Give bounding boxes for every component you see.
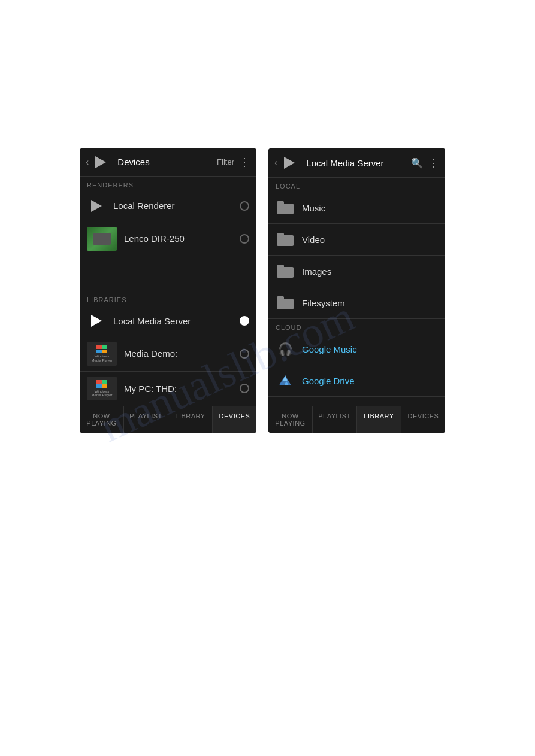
my-pc-thumbnail: WindowsMedia Player — [87, 377, 117, 400]
renderers-label: RENDERERS — [80, 177, 256, 191]
play-icon-renderer — [87, 196, 106, 215]
bottom-nav-library: NOW PLAYING PLAYLIST LIBRARY DEVICES — [268, 406, 445, 433]
cloud-section-label: Cloud — [268, 319, 445, 333]
google-drive-item[interactable]: Google Drive — [268, 365, 445, 396]
local-renderer-label: Local Renderer — [113, 201, 240, 211]
lenco-thumbnail — [87, 227, 117, 251]
music-item[interactable]: Music — [268, 192, 445, 223]
devices-screen: ‹ Devices Filter ⋮ RENDERERS Local Rende… — [80, 148, 256, 433]
local-media-server-item[interactable]: Local Media Server — [80, 306, 256, 336]
play-icon-media — [87, 311, 106, 330]
folder-icon-music — [276, 198, 295, 217]
images-item[interactable]: Images — [268, 256, 445, 287]
folder-icon-filesystem — [276, 293, 295, 312]
play-icon-lib — [280, 153, 299, 172]
search-icon[interactable]: 🔍 — [411, 157, 423, 169]
images-label: Images — [302, 266, 438, 277]
play-icon — [91, 153, 110, 172]
filesystem-item[interactable]: Filesystem — [268, 287, 445, 318]
filesystem-label: Filesystem — [302, 298, 438, 308]
tab-devices[interactable]: DEVICES — [213, 406, 256, 433]
folder-icon-images — [276, 262, 295, 281]
library-screen: ‹ Local Media Server 🔍 ⋮ Local Music — [268, 148, 445, 433]
google-drive-label: Google Drive — [302, 376, 438, 386]
my-pc-item[interactable]: WindowsMedia Player My PC: THD: — [80, 372, 256, 406]
lenco-label: Lenco DIR-250 — [124, 233, 240, 244]
lenco-device-item[interactable]: Lenco DIR-250 — [80, 221, 256, 256]
filter-button[interactable]: Filter — [217, 157, 234, 166]
local-renderer-radio[interactable] — [240, 201, 249, 211]
media-demo-thumbnail: WindowsMedia Player — [87, 342, 117, 366]
libraries-label: LIBRARIES — [80, 292, 256, 306]
google-music-item[interactable]: 🎧 Google Music — [268, 333, 445, 365]
media-demo-radio[interactable] — [240, 349, 249, 359]
devices-header: ‹ Devices Filter ⋮ — [80, 148, 256, 177]
local-section-label: Local — [268, 178, 445, 192]
media-demo-label: Media Demo: — [124, 348, 240, 359]
tab-playlist[interactable]: PLAYLIST — [124, 406, 168, 433]
drive-icon — [276, 371, 295, 390]
more-button-lib[interactable]: ⋮ — [428, 156, 439, 169]
back-button-lib[interactable]: ‹ — [274, 157, 277, 168]
library-title: Local Media Server — [306, 158, 406, 168]
local-media-server-radio[interactable] — [240, 316, 249, 326]
more-button[interactable]: ⋮ — [239, 156, 250, 169]
my-pc-radio[interactable] — [240, 384, 249, 393]
bottom-nav-devices: NOW PLAYING PLAYLIST LIBRARY DEVICES — [80, 406, 256, 433]
media-demo-item[interactable]: WindowsMedia Player Media Demo: — [80, 336, 256, 371]
music-label: Music — [302, 203, 438, 213]
tab-now-playing-lib[interactable]: NOW PLAYING — [268, 406, 313, 433]
google-music-label: Google Music — [302, 344, 438, 354]
tab-playlist-lib[interactable]: PLAYLIST — [313, 406, 357, 433]
video-label: Video — [302, 235, 438, 245]
lenco-radio[interactable] — [240, 234, 249, 244]
devices-title: Devices — [117, 157, 211, 167]
tab-library-lib[interactable]: LIBRARY — [357, 406, 401, 433]
my-pc-label: My PC: THD: — [124, 384, 240, 394]
folder-icon-video — [276, 230, 295, 249]
library-header: ‹ Local Media Server 🔍 ⋮ — [268, 148, 445, 178]
tab-devices-lib[interactable]: DEVICES — [401, 406, 445, 433]
screens-container: ‹ Devices Filter ⋮ RENDERERS Local Rende… — [80, 148, 445, 433]
video-item[interactable]: Video — [268, 224, 445, 255]
headphone-icon: 🎧 — [276, 339, 295, 359]
local-renderer-item[interactable]: Local Renderer — [80, 191, 256, 221]
tab-now-playing[interactable]: NOW PLAYING — [80, 406, 124, 433]
local-media-server-label: Local Media Server — [113, 316, 240, 326]
back-button[interactable]: ‹ — [86, 157, 89, 168]
tab-library[interactable]: LIBRARY — [168, 406, 213, 433]
